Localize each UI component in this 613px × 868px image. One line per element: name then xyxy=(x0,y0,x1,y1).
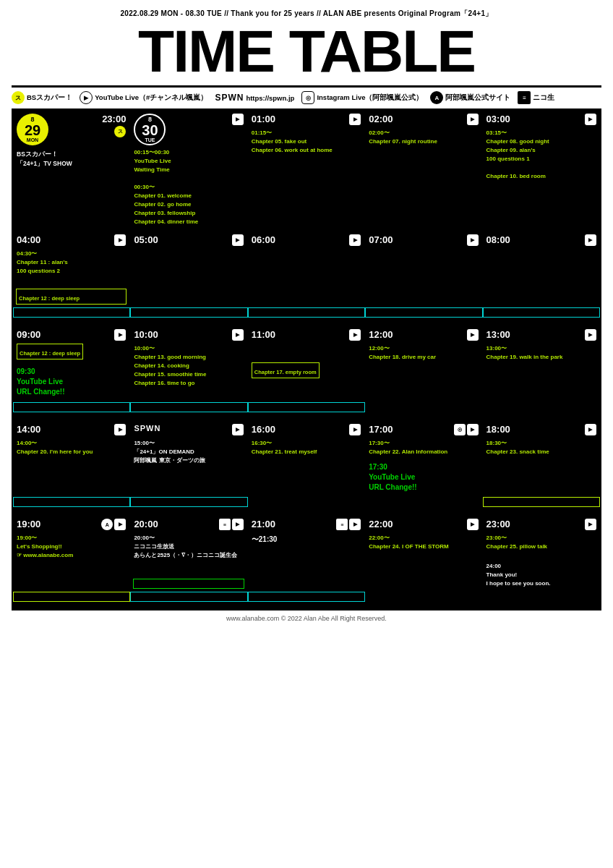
yt-icon-1400: ▶ xyxy=(114,424,126,435)
cell-1800-content: 18:30〜Chapter 23. snack time xyxy=(486,439,596,456)
time-2300: 23:00 xyxy=(102,114,126,124)
cell-2000: 20:00 ≡ ▶ 20:00〜ニコニコ生放送あらんと2525（・∇・）ニコニコ… xyxy=(130,515,247,609)
legend-spwn: SPWN https://spwn.jp xyxy=(215,93,294,103)
cell-1900-content: 19:00〜Let's Shopping!!☞ www.alanabe.com xyxy=(17,534,126,560)
yt-icon-1700: ▶ xyxy=(467,424,479,435)
insta-icon: ◎ xyxy=(301,91,314,104)
time-1700: 17:00 xyxy=(369,424,393,435)
cell-2300-end: 24:00Thank you!I hope to see you soon. xyxy=(486,562,596,588)
yt-icon-1900: ▶ xyxy=(114,519,126,530)
time-0900: 09:00 xyxy=(17,329,40,340)
timetable-row-2: 04:00 ▶ 04:30〜Chapter 11 : alan's100 que… xyxy=(13,231,600,326)
empty-room-box-1: Chapter 17. empty room xyxy=(252,362,320,378)
time-1400: 14:00 xyxy=(17,424,40,435)
cell-830-content: 00:15〜00:30YouTube LiveWaiting Time00:30… xyxy=(134,148,243,226)
time-2300-last: 23:00 xyxy=(486,519,510,529)
yt-icon-1500: ▶ xyxy=(232,424,244,435)
deep-sleep-label-1: Chapter 12 : deep sleep xyxy=(19,295,80,302)
timetable-row-4: 14:00 ▶ 14:00〜Chapter 20. I'm here for y… xyxy=(13,420,600,515)
spwn-label-cell: SPWN xyxy=(134,424,160,433)
cell-2000-content: 20:00〜ニコニコ生放送あらんと2525（・∇・）ニコニコ誕生会 xyxy=(134,534,243,560)
cell-1300-content: 13:00〜Chapter 19. walk in the park xyxy=(486,344,596,362)
spwn-logo: SPWN xyxy=(215,93,244,103)
cell-1700-content: 17:30〜Chapter 22. Alan Information xyxy=(369,439,478,456)
cell-0300-content: 03:15〜Chapter 08. good nightChapter 09. … xyxy=(486,129,596,181)
day-label-2: 30 xyxy=(142,123,158,137)
yt-icon-0100: ▶ xyxy=(349,114,361,125)
yt-icon-0900: ▶ xyxy=(114,329,126,341)
yt-icon-0600: ▶ xyxy=(349,234,361,246)
empty-room-label-1: Chapter 17. empty room xyxy=(254,369,317,375)
cell-0400: 04:00 ▶ 04:30〜Chapter 11 : alan's100 que… xyxy=(13,231,130,325)
footer: www.alanabe.com © 2022 Alan Abe All Righ… xyxy=(12,615,601,625)
cell-0900: 09:00 ▶ Chapter 12 : deep sleep 09:30You… xyxy=(13,326,130,420)
deep-sleep-box-1: Chapter 12 : deep sleep xyxy=(16,289,127,305)
yt-icon-1100: ▶ xyxy=(349,329,361,341)
cyan-bar-5 xyxy=(483,307,600,318)
green-bar-2000 xyxy=(133,579,244,589)
weekday-label: MON xyxy=(27,137,38,142)
time-0500: 05:00 xyxy=(134,234,158,245)
nico-icon-2000: ≡ xyxy=(219,519,231,530)
yt-icon-2000: ▶ xyxy=(232,519,244,530)
yt-icon: ▶ xyxy=(80,91,93,104)
cell-0400-content: 04:30〜Chapter 11 : alan's100 questions 2 xyxy=(17,250,126,276)
cell-829-content: BSスカパー！「24+1」TV SHOW xyxy=(17,150,126,169)
cell-0700: 07:00 ▶ xyxy=(365,231,482,325)
cell-1000-content: 10:00〜Chapter 13. good morningChapter 14… xyxy=(134,344,243,388)
cell-1700: 17:00 ◎ ▶ 17:30〜Chapter 22. Alan Informa… xyxy=(365,420,482,514)
cell-1300: 13:00 ▶ 13:00〜Chapter 19. walk in the pa… xyxy=(483,326,600,420)
cell-1000: 10:00 ▶ 10:00〜Chapter 13. good morningCh… xyxy=(130,326,247,420)
yt-icon-0200: ▶ xyxy=(467,114,479,125)
yt-icon-0300: ▶ xyxy=(585,114,596,125)
cyan-bar-4 xyxy=(365,307,482,318)
cell-0200: 02:00 ▶ 02:00〜Chapter 07. night routine xyxy=(365,110,482,230)
cell-0100: 01:00 ▶ 01:15〜Chapter 05. fake outChapte… xyxy=(248,110,365,230)
yt-icon-0400: ▶ xyxy=(114,234,126,246)
deep-sleep-label-2: Chapter 12 : deep sleep xyxy=(20,350,80,357)
deep-sleep-outline-box: Chapter 12 : deep sleep xyxy=(17,344,83,359)
cyan-bar-2 xyxy=(130,307,247,318)
time-0700: 07:00 xyxy=(369,234,393,245)
cell-0800: 08:00 ▶ xyxy=(483,231,600,325)
legend-nico-label: ニコ生 xyxy=(533,93,554,103)
nico-icon: ≡ xyxy=(518,91,531,104)
url-change-text: 09:30YouTube LiveURL Change!! xyxy=(17,367,126,397)
cell-1800: 18:00 ▶ 18:30〜Chapter 23. snack time xyxy=(483,420,600,514)
time-1300: 13:00 xyxy=(486,329,510,340)
yt-icon-2200: ▶ xyxy=(467,519,479,530)
site-icon: A xyxy=(430,91,443,104)
header-top-text: 2022.08.29 MON - 08.30 TUE // Thank you … xyxy=(12,9,601,19)
legend-yt-label: YouTube Live（#チャンネル颯嵐） xyxy=(95,93,207,103)
cell-1400: 14:00 ▶ 14:00〜Chapter 20. I'm here for y… xyxy=(13,420,130,514)
yt-icon-1300: ▶ xyxy=(585,329,596,341)
cell-0300: 03:00 ▶ 03:15〜Chapter 08. good nightChap… xyxy=(483,110,600,230)
legend-site-label: 阿部颯嵐公式サイト xyxy=(445,93,510,103)
page-title: TIME TABLE xyxy=(12,22,601,81)
legend-insta-label: Instagram Live（阿部颯嵐公式） xyxy=(317,93,423,103)
yt-icon-1800: ▶ xyxy=(585,424,596,435)
timetable-row-1: 8 29 MON 23:00 ス BSスカパー！「24+1」TV SHOW 8 xyxy=(13,110,600,231)
time-0100: 01:00 xyxy=(252,114,275,124)
time-1900: 19:00 xyxy=(17,519,40,529)
day-label: 29 xyxy=(25,123,40,137)
yt-icon-1600: ▶ xyxy=(349,424,361,435)
cell-0500: 05:00 ▶ xyxy=(130,231,247,325)
time-2000: 20:00 xyxy=(134,519,158,529)
time-1800: 18:00 xyxy=(486,424,510,435)
cell-2100-content: 〜21:30 xyxy=(252,534,361,545)
cell-2300: 23:00 ▶ 23:00〜Chapter 25. pillow talk 24… xyxy=(483,515,600,609)
cyan-bar-row3-2 xyxy=(130,402,247,412)
legend-bs-label: BSスカパー！ xyxy=(27,93,72,103)
cell-830-tue: 8 30 TUE ▶ 00:15〜00:30YouTube LiveWaitin… xyxy=(130,110,247,230)
legend-spwn-label: https://spwn.jp xyxy=(246,94,294,102)
time-2200: 22:00 xyxy=(369,519,393,529)
time-0200: 02:00 xyxy=(369,114,393,124)
cell-2300-content: 23:00〜Chapter 25. pillow talk xyxy=(486,534,596,551)
cell-1200-content: 12:00〜Chapter 18. drive my car xyxy=(369,344,478,362)
cyan-bar-row3-1 xyxy=(13,402,130,412)
weekday-label-2: TUE xyxy=(145,137,155,142)
yellow-bar-1800 xyxy=(483,497,600,507)
timetable-row-3: 09:00 ▶ Chapter 12 : deep sleep 09:30You… xyxy=(13,326,600,420)
cell-2100: 21:00 ≡ ▶ 〜21:30 xyxy=(248,515,365,609)
